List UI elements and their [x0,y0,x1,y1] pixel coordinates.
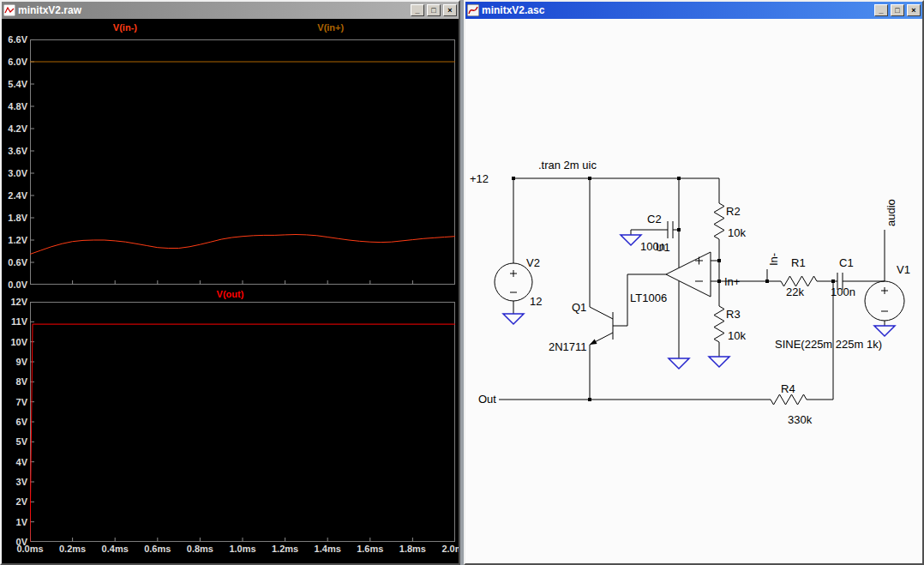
net-label-in-plus: In+ [724,275,740,288]
component-name[interactable]: U1 [656,241,670,254]
y-axis-label: 2.4V [2,190,27,201]
maximize-button[interactable]: □ [891,4,904,16]
waveform-plot[interactable] [30,39,455,285]
waveform-window: minitxV2.raw _ □ × V(in-)V(in+)6.6V6.0V5… [0,0,460,565]
waveform-window-titlebar[interactable]: minitxV2.raw _ □ × [2,2,459,19]
schematic-window: minitxV2.asc _ □ × [464,0,924,565]
component-value[interactable]: 10k [728,226,746,239]
x-axis-label: 2.0ms [441,544,459,554]
x-axis-label: 1.8ms [399,544,426,554]
component-value[interactable]: 330k [788,413,813,426]
window-title: minitxV2.raw [18,4,408,16]
y-axis-label: 3.0V [2,168,27,178]
schematic-drawing: V2 12 Q1 2N1711 C2 100n [465,19,922,563]
y-axis-label: 7V [2,397,27,407]
minimize-button[interactable]: _ [874,4,888,16]
component-name[interactable]: R3 [726,308,741,321]
wires[interactable] [499,178,885,400]
waveform-plot-area[interactable]: V(in-)V(in+)6.6V6.0V5.4V4.8V4.2V3.6V3.0V… [2,19,459,563]
component-value[interactable]: 22k [786,286,804,298]
trace-label[interactable]: V(out) [217,289,244,299]
waveform-document-icon [3,4,15,16]
y-axis-label: 11V [2,316,27,327]
y-axis-label: 0.0V [2,279,27,290]
x-axis-label: 1.4ms [315,544,341,554]
component-value[interactable]: SINE(225m 225m 1k) [775,338,882,351]
component-name[interactable]: R2 [726,205,741,218]
x-axis-label: 0.0ms [16,544,43,554]
component-name[interactable]: V1 [897,263,910,276]
voltage-source-V2[interactable]: V2 12 [495,256,542,308]
y-axis-label: 10V [2,337,27,347]
ltspice-schematic-icon [467,4,479,16]
trace-label[interactable]: V(in+) [317,22,344,33]
component-name[interactable]: Q1 [572,301,586,314]
x-axis-label: 0.6ms [144,544,171,554]
waveform-plot[interactable] [30,302,455,542]
schematic-canvas[interactable]: V2 12 Q1 2N1711 C2 100n [465,19,922,563]
component-name[interactable]: V2 [526,256,540,269]
resistor-R1[interactable]: R1 22k [777,256,820,298]
trace-label[interactable]: V(in-) [113,22,137,33]
component-name[interactable]: C2 [647,213,662,225]
ground-flag-v2 [503,314,524,324]
ground-flag-r3 [709,357,729,367]
close-button[interactable]: × [907,4,921,16]
y-axis-label: 4.8V [2,101,27,111]
ground-flag-v1 [874,326,895,336]
component-value[interactable]: LT1006 [630,292,667,304]
waveform-trace [30,235,455,255]
y-axis-label: 3V [2,477,27,487]
component-name[interactable]: C1 [839,256,854,269]
y-axis-label: 2V [2,496,27,507]
x-axis-label: 0.4ms [102,544,129,554]
x-axis-label: 0.8ms [187,544,213,554]
transistor-Q1[interactable]: Q1 2N1711 [549,301,613,353]
component-value[interactable]: 12 [530,295,542,308]
component-value[interactable]: 2N1711 [549,340,587,353]
y-axis-label: 9V [2,357,27,367]
resistor-R2[interactable]: R2 10k [714,200,746,243]
waveform-trace [30,324,455,542]
maximize-button[interactable]: □ [427,4,441,16]
component-value[interactable]: 10k [728,329,746,342]
y-axis-label: 6.0V [2,57,27,67]
component-name[interactable]: R1 [791,256,806,269]
x-axis-label: 1.2ms [272,544,298,554]
y-axis-label: 0.6V [2,257,27,267]
component-name[interactable]: R4 [781,382,795,395]
window-title: minitxV2.asc [482,4,872,16]
y-axis-label: 1.8V [2,213,27,223]
net-label-audio: audio [885,199,897,226]
ground-flag-opamp [669,358,689,369]
component-value[interactable]: 100n [831,286,855,298]
y-axis-label: 1.2V [2,235,27,245]
y-axis-label: 1V [2,517,27,527]
y-axis-label: 8V [2,376,27,387]
resistor-R4[interactable]: R4 330k [767,382,813,426]
y-axis-label: 4.2V [2,123,27,134]
net-label-in-minus: In- [767,253,780,266]
spice-directive: .tran 2m uic [538,159,597,171]
capacitor-C1[interactable]: C1 100n [831,256,855,298]
x-axis-label: 1.0ms [229,544,255,554]
net-label-out: Out [478,393,496,406]
y-axis-label: 6V [2,417,27,427]
y-axis-label: 3.6V [2,146,27,156]
ground-flag-c2 [621,235,641,245]
close-button[interactable]: × [443,4,457,16]
y-axis-label: 5.4V [2,79,27,89]
x-axis-label: 1.6ms [357,544,383,554]
net-label-plus12: +12 [470,172,489,185]
schematic-window-titlebar[interactable]: minitxV2.asc _ □ × [465,2,922,19]
x-axis-label: 0.2ms [59,544,86,554]
y-axis-label: 5V [2,436,27,447]
resistor-R3[interactable]: R3 10k [714,303,746,346]
y-axis-label: 4V [2,457,27,467]
y-axis-label: 12V [2,297,27,307]
y-axis-label: 6.6V [2,34,27,45]
minimize-button[interactable]: _ [411,4,424,16]
